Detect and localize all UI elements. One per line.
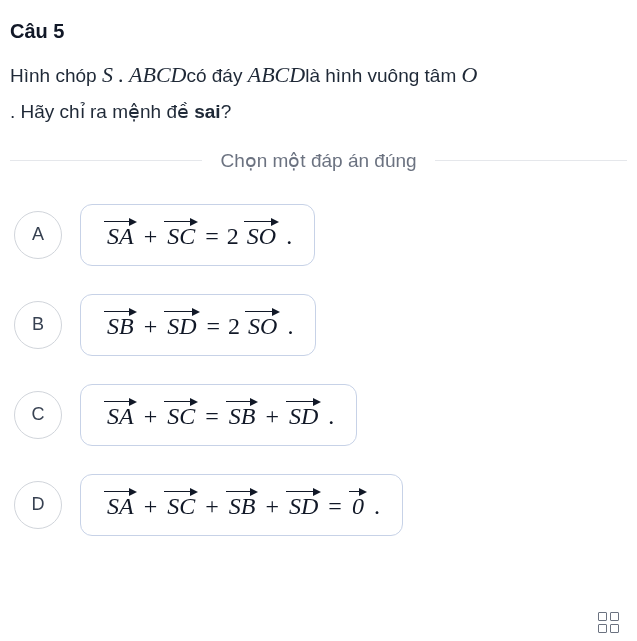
vector: SA [104, 403, 137, 430]
equation-a: SA + SC = 2 SO . [103, 223, 292, 250]
option-letter-a: A [14, 211, 62, 259]
text-segment: là hình vuông tâm [305, 65, 461, 86]
vector: SB [226, 493, 259, 520]
operator: + [144, 313, 158, 340]
divider-line [435, 160, 627, 161]
equation-d: SA + SC + SB + SD = 0 . [103, 493, 380, 520]
vector: SD [164, 313, 199, 340]
vector: SO [245, 313, 280, 340]
option-letter-b: B [14, 301, 62, 349]
divider-line [10, 160, 202, 161]
instruction-row: Chọn một đáp án đúng [10, 149, 627, 172]
vector: SB [226, 403, 259, 430]
option-letter-d: D [14, 481, 62, 529]
text-segment: . Hãy chỉ ra mệnh đề [10, 101, 194, 122]
operator: + [265, 403, 279, 430]
vector: SB [104, 313, 137, 340]
operator: = [207, 313, 221, 340]
math-expr: S . ABCD [102, 62, 187, 87]
operator: + [144, 493, 158, 520]
math-expr: O [462, 62, 478, 87]
option-box-a: SA + SC = 2 SO . [80, 204, 315, 266]
vector: SA [104, 493, 137, 520]
operator: = [328, 493, 342, 520]
option-box-b: SB + SD = 2 SO . [80, 294, 316, 356]
option-letter-c: C [14, 391, 62, 439]
vector: SO [244, 223, 279, 250]
period: . [287, 313, 293, 340]
coefficient: 2 [227, 223, 239, 250]
operator: + [144, 403, 158, 430]
coefficient: 2 [228, 313, 240, 340]
math-expr: ABCD [248, 62, 305, 87]
option-c[interactable]: C SA + SC = SB + SD . [14, 384, 627, 446]
vector: SD [286, 403, 321, 430]
period: . [286, 223, 292, 250]
option-box-d: SA + SC + SB + SD = 0 . [80, 474, 403, 536]
instruction-text: Chọn một đáp án đúng [202, 149, 434, 172]
equation-b: SB + SD = 2 SO . [103, 313, 293, 340]
equation-c: SA + SC = SB + SD . [103, 403, 334, 430]
question-number: Câu 5 [10, 20, 627, 43]
options-list: A SA + SC = 2 SO . B SB + SD = 2 SO . [10, 204, 627, 536]
option-d[interactable]: D SA + SC + SB + SD = 0 . [14, 474, 627, 536]
period: . [328, 403, 334, 430]
vector: SD [286, 493, 321, 520]
vector: SA [104, 223, 137, 250]
vector-zero: 0 [349, 493, 367, 520]
option-a[interactable]: A SA + SC = 2 SO . [14, 204, 627, 266]
text-segment: Hình chóp [10, 65, 102, 86]
text-segment: có đáy [186, 65, 247, 86]
operator: + [265, 493, 279, 520]
operator: = [205, 223, 219, 250]
vector: SC [164, 223, 198, 250]
text-segment: ? [221, 101, 232, 122]
operator: + [205, 493, 219, 520]
operator: + [144, 223, 158, 250]
vector: SC [164, 493, 198, 520]
operator: = [205, 403, 219, 430]
vector: SC [164, 403, 198, 430]
option-box-c: SA + SC = SB + SD . [80, 384, 357, 446]
bold-word: sai [194, 101, 220, 122]
question-text: Hình chóp S . ABCDcó đáy ABCDlà hình vuô… [10, 55, 627, 129]
period: . [374, 493, 380, 520]
option-b[interactable]: B SB + SD = 2 SO . [14, 294, 627, 356]
